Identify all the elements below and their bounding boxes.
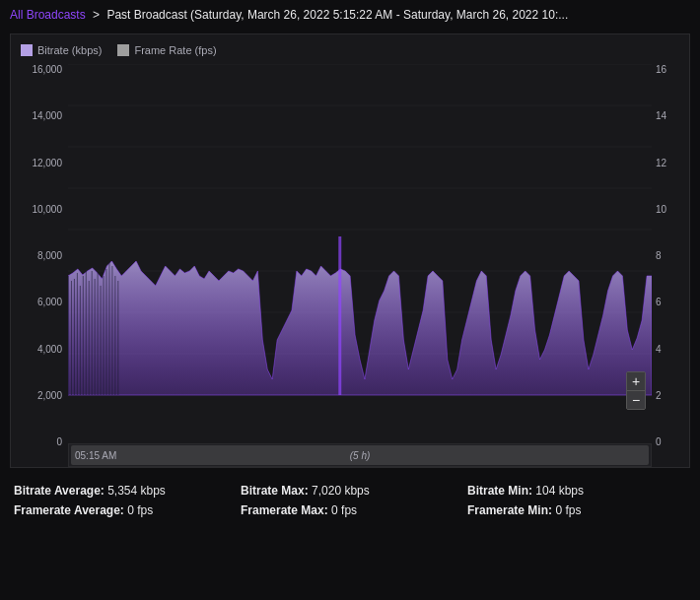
y-left-1: 14,000 (21, 110, 62, 121)
svg-rect-17 (92, 271, 93, 395)
svg-rect-22 (105, 269, 106, 395)
stat-framerate-max-label: Framerate Max: (241, 503, 328, 517)
y-axis-left: 16,000 14,000 12,000 10,000 8,000 6,000 … (21, 64, 68, 467)
stat-bitrate-avg-value: 5,354 kbps (107, 484, 166, 498)
y-right-3: 10 (656, 204, 679, 215)
svg-rect-18 (95, 279, 96, 395)
zoom-controls: + − (626, 371, 646, 410)
stat-framerate-avg-value: 0 fps (127, 503, 153, 517)
framerate-swatch (117, 44, 129, 56)
y-right-8: 0 (656, 436, 679, 447)
zoom-out-button[interactable]: − (627, 391, 645, 409)
y-left-4: 8,000 (21, 250, 62, 261)
stat-bitrate-max-value: 7,020 kbps (312, 484, 370, 498)
y-axis-right: 16 14 12 10 8 6 4 2 0 (652, 64, 679, 467)
stat-bitrate-min-label: Bitrate Min: (467, 484, 532, 498)
svg-rect-26 (117, 281, 118, 395)
all-broadcasts-link[interactable]: All Broadcasts (10, 8, 86, 22)
y-left-7: 2,000 (21, 390, 62, 401)
svg-rect-9 (68, 276, 69, 395)
legend-bitrate: Bitrate (kbps) (21, 44, 102, 56)
svg-rect-19 (98, 273, 99, 395)
y-right-1: 14 (656, 110, 679, 121)
stat-bitrate-avg: Bitrate Average: 5,354 kbps (10, 482, 237, 500)
chart-area: 16,000 14,000 12,000 10,000 8,000 6,000 … (21, 64, 679, 467)
scrollbar-label-left: 05:15 AM (75, 450, 116, 461)
stat-framerate-max: Framerate Max: 0 fps (237, 501, 463, 519)
svg-rect-15 (86, 269, 87, 395)
scrollbar-label-center: (5 h) (350, 450, 371, 461)
y-left-2: 12,000 (21, 158, 62, 168)
svg-rect-23 (108, 261, 109, 395)
stat-bitrate-max-label: Bitrate Max: (241, 484, 309, 498)
y-left-6: 4,000 (21, 344, 62, 355)
y-right-0: 16 (656, 64, 679, 75)
svg-rect-13 (80, 286, 81, 395)
svg-rect-10 (71, 281, 72, 395)
breadcrumb: All Broadcasts > Past Broadcast (Saturda… (0, 0, 700, 30)
stat-framerate-min: Framerate Min: 0 fps (463, 501, 690, 519)
chart-inner: + − 05:15 AM (5 h) (68, 64, 652, 467)
scrollbar[interactable]: 05:15 AM (5 h) (68, 443, 652, 467)
bitrate-swatch (21, 44, 33, 56)
svg-rect-11 (74, 279, 75, 395)
bitrate-spike (338, 236, 341, 395)
bitrate-area (68, 261, 652, 395)
svg-rect-20 (101, 286, 102, 395)
stats-area: Bitrate Average: 5,354 kbps Bitrate Max:… (10, 476, 690, 525)
y-right-5: 6 (656, 297, 679, 307)
breadcrumb-current: Past Broadcast (Saturday, March 26, 2022… (106, 8, 568, 22)
y-right-7: 2 (656, 390, 679, 401)
zoom-in-button[interactable]: + (627, 372, 645, 390)
stat-framerate-max-value: 0 fps (331, 503, 357, 517)
y-left-3: 10,000 (21, 204, 62, 215)
framerate-legend-label: Frame Rate (fps) (134, 44, 216, 56)
svg-rect-25 (114, 276, 115, 395)
stat-framerate-avg-label: Framerate Average: (14, 503, 124, 517)
svg-rect-14 (83, 276, 84, 395)
legend-framerate: Frame Rate (fps) (117, 44, 216, 56)
chart-legend: Bitrate (kbps) Frame Rate (fps) (21, 44, 679, 56)
y-left-0: 16,000 (21, 64, 62, 75)
chart-container: Bitrate (kbps) Frame Rate (fps) 16,000 1… (10, 33, 690, 468)
stat-bitrate-min-value: 104 kbps (535, 484, 584, 498)
y-right-6: 4 (656, 344, 679, 355)
stat-framerate-avg: Framerate Average: 0 fps (10, 501, 237, 519)
stat-bitrate-min: Bitrate Min: 104 kbps (463, 482, 690, 500)
svg-rect-16 (89, 281, 90, 395)
y-left-5: 6,000 (21, 297, 62, 307)
breadcrumb-separator: > (93, 8, 100, 22)
chart-svg (68, 64, 652, 438)
svg-rect-21 (104, 276, 105, 395)
y-right-4: 8 (656, 250, 679, 261)
y-left-8: 0 (21, 436, 62, 447)
y-right-2: 12 (656, 158, 679, 168)
stat-bitrate-max: Bitrate Max: 7,020 kbps (237, 482, 463, 500)
svg-rect-12 (77, 273, 78, 395)
stat-bitrate-avg-label: Bitrate Average: (14, 484, 105, 498)
bitrate-legend-label: Bitrate (kbps) (37, 44, 102, 56)
chart-svg-wrapper: + − (68, 64, 652, 441)
svg-rect-24 (111, 266, 112, 395)
stat-framerate-min-value: 0 fps (555, 503, 581, 517)
stat-framerate-min-label: Framerate Min: (467, 503, 552, 517)
